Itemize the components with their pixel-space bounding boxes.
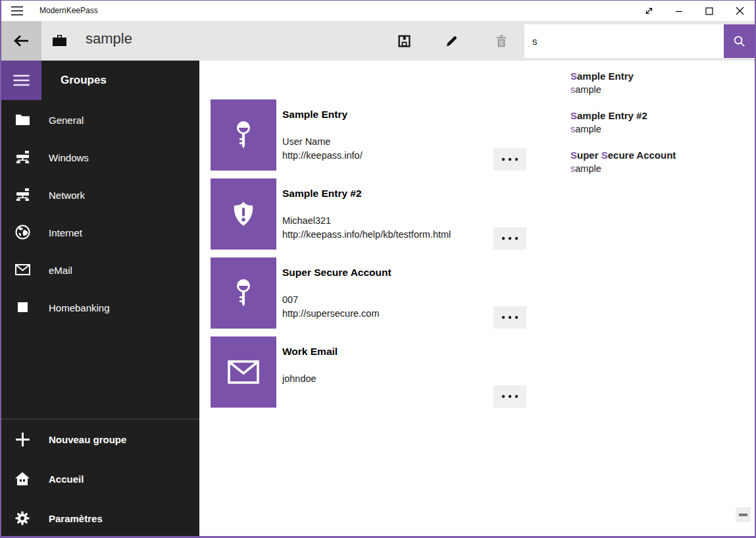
briefcase-icon — [53, 35, 66, 46]
group-label: Windows — [49, 151, 89, 163]
key-icon — [230, 278, 257, 308]
entry-username: 007 — [282, 294, 298, 305]
window-controls — [634, 1, 755, 21]
group-label: eMail — [49, 264, 72, 275]
gear-icon — [14, 510, 30, 526]
suggestion-subtitle: sample — [570, 83, 749, 96]
suggestion-title: Sample Entry #2 — [570, 109, 749, 122]
home-button[interactable]: Accueil — [1, 459, 199, 498]
home-icon — [14, 471, 30, 487]
group-label: Network — [49, 189, 85, 200]
minimize-button[interactable] — [664, 1, 694, 21]
action-label: Paramètres — [49, 513, 103, 524]
pencil-icon — [445, 34, 459, 48]
square-icon — [14, 300, 30, 315]
group-label: General — [49, 114, 84, 125]
back-arrow-icon — [13, 34, 30, 47]
appbar: sample — [1, 21, 755, 61]
group-label: Homebanking — [49, 302, 110, 313]
sidebar-hamburger-button[interactable] — [1, 61, 41, 100]
minus-icon — [739, 514, 747, 516]
entry-row-work-email[interactable]: Work Email johndoe — [199, 336, 542, 408]
group-label: Internet — [49, 227, 82, 238]
ellipsis-icon — [501, 394, 518, 398]
globe-icon — [14, 225, 30, 240]
sidebar-item-general[interactable]: General — [1, 101, 199, 138]
sidebar-item-windows[interactable]: Windows — [1, 138, 199, 176]
more-button[interactable] — [493, 227, 526, 250]
save-button[interactable] — [388, 21, 420, 61]
search-button[interactable] — [724, 24, 755, 58]
entry-title: Sample Entry — [282, 109, 347, 121]
back-button[interactable] — [1, 21, 41, 61]
suggestion-item[interactable]: Super Secure Account sample — [528, 145, 755, 184]
envelope-icon — [14, 262, 30, 278]
network-icon — [14, 187, 30, 203]
close-icon — [736, 7, 744, 15]
titlebar-hamburger-icon[interactable] — [11, 6, 24, 16]
new-group-button[interactable]: Nouveau groupe — [1, 419, 199, 459]
entry-title: Sample Entry #2 — [282, 188, 362, 200]
ellipsis-icon — [501, 157, 518, 161]
more-button[interactable] — [493, 148, 526, 171]
app-window: ModernKeePass — [0, 0, 756, 538]
sidebar-header: Groupes — [61, 61, 107, 100]
entry-title: Work Email — [282, 346, 338, 358]
scrollbar-minus-button[interactable] — [736, 507, 751, 522]
settings-button[interactable]: Paramètres — [1, 498, 199, 538]
fullscreen-button[interactable] — [634, 1, 664, 21]
sidebar-item-email[interactable]: eMail — [1, 251, 199, 288]
entry-row-sample-entry[interactable]: Sample Entry User Name http://keepass.in… — [199, 99, 542, 171]
suggestion-title: Super Secure Account — [570, 149, 749, 162]
entry-username: Michael321 — [282, 215, 331, 226]
minimize-icon — [675, 7, 683, 15]
envelope-icon — [228, 360, 259, 384]
sidebar-item-internet[interactable]: Internet — [1, 213, 199, 251]
database-title: sample — [86, 30, 132, 47]
key-icon — [230, 120, 257, 150]
suggestion-subtitle: sample — [570, 162, 749, 175]
more-button[interactable] — [493, 385, 526, 408]
entry-username: johndoe — [282, 373, 316, 384]
search-box — [524, 24, 724, 58]
delete-button[interactable] — [486, 21, 517, 61]
maximize-button[interactable] — [694, 1, 724, 21]
entry-username: User Name — [282, 136, 330, 147]
sidebar-actions: Nouveau groupe Accueil — [1, 419, 199, 538]
suggestion-subtitle: sample — [570, 122, 749, 136]
shield-exclamation-icon — [229, 200, 258, 229]
suggestion-item[interactable]: Sample Entry #2 sample — [528, 105, 755, 145]
folder-icon — [14, 112, 30, 128]
network-icon — [14, 149, 30, 165]
close-button[interactable] — [724, 1, 755, 21]
entry-tile — [211, 257, 276, 329]
action-label: Accueil — [49, 473, 84, 485]
trash-icon — [495, 34, 508, 48]
sidebar-item-homebanking[interactable]: Homebanking — [1, 288, 199, 326]
fullscreen-icon — [644, 6, 654, 16]
entry-url: http://supersecure.com — [282, 308, 380, 319]
entry-row-sample-entry-2[interactable]: Sample Entry #2 Michael321 http://keepas… — [199, 178, 542, 250]
suggestion-item[interactable]: Sample Entry sample — [528, 66, 755, 105]
app-title: ModernKeePass — [39, 1, 98, 21]
edit-button[interactable] — [436, 21, 467, 61]
entry-row-super-secure-account[interactable]: Super Secure Account 007 http://supersec… — [199, 257, 542, 329]
action-label: Nouveau groupe — [49, 434, 126, 445]
suggestion-title: Sample Entry — [570, 70, 749, 83]
sidebar: Groupes General Windows — [1, 61, 199, 536]
ellipsis-icon — [501, 315, 518, 319]
plus-icon — [14, 431, 30, 447]
sidebar-item-network[interactable]: Network — [1, 176, 199, 213]
entry-tile — [211, 178, 276, 250]
titlebar: ModernKeePass — [1, 1, 755, 21]
entry-url: http://keepass.info/ — [282, 150, 363, 161]
more-button[interactable] — [493, 306, 526, 329]
entry-tile — [211, 99, 276, 171]
search-icon — [733, 35, 745, 47]
save-icon — [397, 34, 411, 48]
entry-tile — [211, 336, 276, 408]
search-input[interactable] — [524, 24, 724, 58]
group-list: General Windows — [1, 101, 199, 326]
hamburger-icon — [13, 74, 30, 86]
search-suggestions: Sample Entry sample Sample Entry #2 samp… — [528, 61, 755, 194]
